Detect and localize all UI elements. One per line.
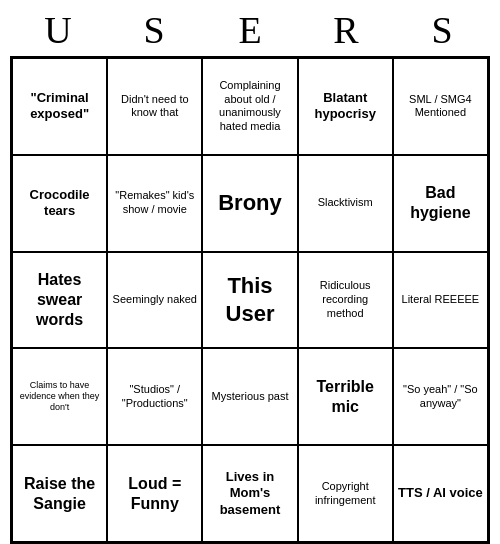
bingo-cell: "So yeah" / "So anyway": [393, 348, 488, 445]
title-letter-u: U: [18, 8, 98, 52]
bingo-cell: Crocodile tears: [12, 155, 107, 252]
bingo-cell: "Remakes" kid's show / movie: [107, 155, 202, 252]
bingo-cell: Loud = Funny: [107, 445, 202, 542]
bingo-cell: Literal REEEEE: [393, 252, 488, 349]
bingo-cell: Claims to have evidence when they don't: [12, 348, 107, 445]
bingo-grid: "Criminal exposed"Didn't need to know th…: [10, 56, 490, 544]
bingo-cell: Copyright infringement: [298, 445, 393, 542]
bingo-cell: Seemingly naked: [107, 252, 202, 349]
title-letter-s: S: [114, 8, 194, 52]
bingo-cell: Slacktivism: [298, 155, 393, 252]
bingo-title: U S E R S: [10, 0, 490, 56]
bingo-cell: Brony: [202, 155, 297, 252]
bingo-cell: Hates swear words: [12, 252, 107, 349]
bingo-cell: This User: [202, 252, 297, 349]
title-letter-r: R: [306, 8, 386, 52]
bingo-cell: Mysterious past: [202, 348, 297, 445]
title-letter-s2: S: [402, 8, 482, 52]
bingo-cell: Complaining about old / unanimously hate…: [202, 58, 297, 155]
bingo-cell: Ridiculous recording method: [298, 252, 393, 349]
bingo-cell: Bad hygiene: [393, 155, 488, 252]
bingo-cell: "Criminal exposed": [12, 58, 107, 155]
bingo-cell: Blatant hypocrisy: [298, 58, 393, 155]
bingo-cell: TTS / AI voice: [393, 445, 488, 542]
bingo-cell: Raise the Sangie: [12, 445, 107, 542]
bingo-cell: Lives in Mom's basement: [202, 445, 297, 542]
title-letter-e: E: [210, 8, 290, 52]
bingo-cell: "Studios" / "Productions": [107, 348, 202, 445]
bingo-cell: Terrible mic: [298, 348, 393, 445]
bingo-cell: SML / SMG4 Mentioned: [393, 58, 488, 155]
bingo-cell: Didn't need to know that: [107, 58, 202, 155]
